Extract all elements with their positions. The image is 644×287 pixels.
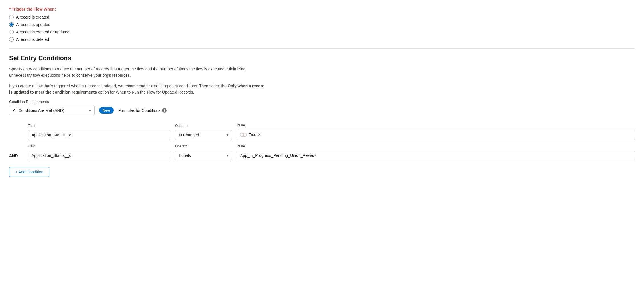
trigger-title-text: Trigger the Flow When: — [12, 7, 56, 11]
condition-row-1-field-label: Field — [28, 124, 170, 128]
condition-row-2-value-label: Value — [237, 144, 635, 148]
trigger-radio-group: A record is created A record is updated … — [9, 15, 635, 42]
radio-item-created-updated[interactable]: A record is created or updated — [9, 30, 635, 34]
condition-row-1-field-group: Field — [28, 124, 170, 140]
radio-created-label: A record is created — [16, 15, 49, 19]
trigger-title: * Trigger the Flow When: — [9, 7, 635, 11]
description-2-before: If you create a flow that's triggered wh… — [9, 84, 228, 88]
formulas-label: Formulas for Conditions — [118, 108, 161, 113]
radio-created[interactable] — [9, 15, 14, 19]
condition-row-2-operator-group: Operator Equals Is Changed Not Equal To … — [175, 144, 232, 160]
description-2: If you create a flow that's triggered wh… — [9, 83, 266, 96]
condition-row-2-operator-wrapper[interactable]: Equals Is Changed Not Equal To Is Null ▼ — [175, 151, 232, 160]
condition-row-2-value-input[interactable] — [237, 151, 635, 160]
radio-updated[interactable] — [9, 22, 14, 27]
description-1: Specify entry conditions to reduce the n… — [9, 66, 266, 79]
condition-row-1-value-label: Value — [237, 123, 635, 127]
entry-conditions-section: Set Entry Conditions Specify entry condi… — [9, 54, 635, 177]
conditions-container: Field Operator Is Changed Equals Not Equ… — [9, 123, 635, 165]
condition-row-2: AND Field Operator Equals Is Changed Not… — [9, 144, 635, 160]
info-icon[interactable]: i — [162, 108, 167, 113]
condition-row-2-field-input[interactable] — [28, 151, 170, 160]
requirements-row: All Conditions Are Met (AND) Any Conditi… — [9, 106, 635, 115]
new-badge: New — [99, 107, 114, 114]
condition-row-2-field-group: Field — [28, 144, 170, 160]
condition-row-2-operator-label: Operator — [175, 144, 232, 148]
entry-conditions-title: Set Entry Conditions — [9, 54, 635, 62]
condition-row-2-prefix: AND — [9, 153, 23, 160]
radio-created-updated-label: A record is created or updated — [16, 30, 70, 34]
radio-updated-label: A record is updated — [16, 22, 50, 27]
condition-row-1-operator-wrapper[interactable]: Is Changed Equals Not Equal To Is Null ▼ — [175, 130, 232, 140]
condition-row-2-value-group: Value — [237, 144, 635, 160]
condition-requirements-select[interactable]: All Conditions Are Met (AND) Any Conditi… — [9, 106, 95, 115]
condition-row-1-prefix — [9, 138, 23, 140]
condition-row-1-operator-select[interactable]: Is Changed Equals Not Equal To Is Null — [175, 130, 232, 140]
condition-row-1-field-input[interactable] — [28, 130, 170, 140]
condition-row-2-field-label: Field — [28, 144, 170, 148]
condition-row-1-operator-group: Operator Is Changed Equals Not Equal To … — [175, 124, 232, 140]
condition-row-1-toggle-icon — [240, 133, 247, 137]
section-divider — [9, 48, 635, 49]
condition-row-1-pill-value: True — [249, 132, 256, 137]
formulas-for-conditions: Formulas for Conditions i — [118, 108, 167, 113]
condition-row-1-value-container: True ✕ — [237, 130, 635, 140]
radio-deleted-label: A record is deleted — [16, 37, 49, 42]
description-2-after: option for When to Run the Flow for Upda… — [97, 90, 194, 94]
required-asterisk: * — [9, 7, 12, 11]
condition-row-1: Field Operator Is Changed Equals Not Equ… — [9, 123, 635, 140]
radio-created-updated[interactable] — [9, 30, 14, 34]
add-condition-button[interactable]: + Add Condition — [9, 167, 49, 177]
radio-item-updated[interactable]: A record is updated — [9, 22, 635, 27]
condition-row-1-value-group: Value True ✕ — [237, 123, 635, 140]
condition-requirements-wrapper[interactable]: All Conditions Are Met (AND) Any Conditi… — [9, 106, 95, 115]
condition-row-2-operator-select[interactable]: Equals Is Changed Not Equal To Is Null — [175, 151, 232, 160]
condition-row-1-operator-label: Operator — [175, 124, 232, 128]
add-condition-label: + Add Condition — [15, 170, 43, 174]
radio-item-deleted[interactable]: A record is deleted — [9, 37, 635, 42]
trigger-section: * Trigger the Flow When: A record is cre… — [9, 7, 635, 42]
radio-item-created[interactable]: A record is created — [9, 15, 635, 19]
condition-row-1-pill-remove[interactable]: ✕ — [258, 133, 261, 136]
radio-deleted[interactable] — [9, 37, 14, 42]
condition-requirements-label: Condition Requirements — [9, 100, 635, 104]
